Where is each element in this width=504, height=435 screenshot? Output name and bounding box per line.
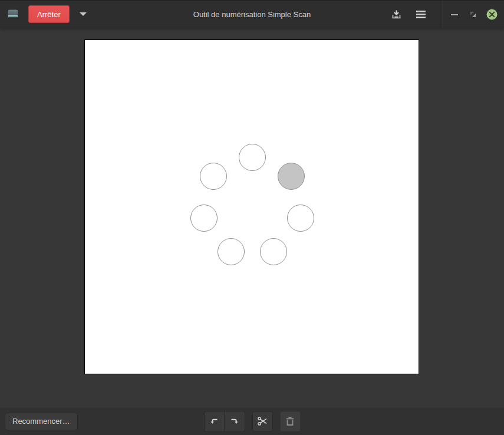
close-icon bbox=[486, 9, 498, 20]
scanner-icon bbox=[7, 9, 19, 19]
maximize-icon bbox=[470, 11, 476, 18]
chevron-down-icon bbox=[80, 12, 87, 16]
spinner-circle bbox=[190, 205, 218, 232]
rescan-button[interactable]: Recommencer… bbox=[5, 413, 78, 430]
simple-scan-window: Arrêter Outil de numérisation Simple Sca… bbox=[0, 0, 504, 435]
minimize-icon bbox=[451, 14, 458, 16]
page-tools bbox=[204, 411, 301, 431]
rotate-button-group bbox=[204, 411, 245, 431]
spinner-circle bbox=[287, 205, 314, 232]
scissors-icon bbox=[257, 417, 268, 426]
trash-icon bbox=[285, 416, 295, 426]
spinner-circle bbox=[278, 163, 305, 190]
spinner-circle bbox=[218, 238, 245, 265]
spinner-circle bbox=[260, 238, 287, 265]
stop-button[interactable]: Arrêter bbox=[28, 5, 70, 23]
close-button[interactable] bbox=[484, 4, 499, 25]
menu-button[interactable] bbox=[410, 4, 431, 25]
hamburger-menu-icon bbox=[416, 11, 426, 18]
action-bar: Recommencer… bbox=[0, 407, 504, 435]
loading-spinner bbox=[85, 40, 419, 374]
rotate-right-icon bbox=[229, 416, 239, 426]
crop-button[interactable] bbox=[252, 411, 273, 431]
header-right-controls bbox=[386, 1, 499, 28]
spinner-circle bbox=[200, 163, 227, 190]
scan-preview-area bbox=[0, 28, 504, 407]
header-separator bbox=[440, 1, 440, 28]
window-title: Outil de numérisation Simple Scan bbox=[193, 10, 311, 19]
rotate-left-button[interactable] bbox=[204, 411, 225, 431]
maximize-button[interactable] bbox=[466, 4, 479, 25]
save-icon bbox=[391, 9, 401, 19]
rotate-left-icon bbox=[209, 416, 219, 426]
save-button[interactable] bbox=[386, 4, 407, 25]
spinner-circle bbox=[239, 144, 266, 171]
scanned-page[interactable] bbox=[84, 39, 419, 374]
delete-button[interactable] bbox=[280, 411, 301, 431]
header-bar: Arrêter Outil de numérisation Simple Sca… bbox=[0, 0, 504, 28]
scan-options-dropdown-button[interactable] bbox=[73, 5, 93, 23]
rotate-right-button[interactable] bbox=[225, 411, 245, 431]
minimize-button[interactable] bbox=[449, 4, 460, 25]
